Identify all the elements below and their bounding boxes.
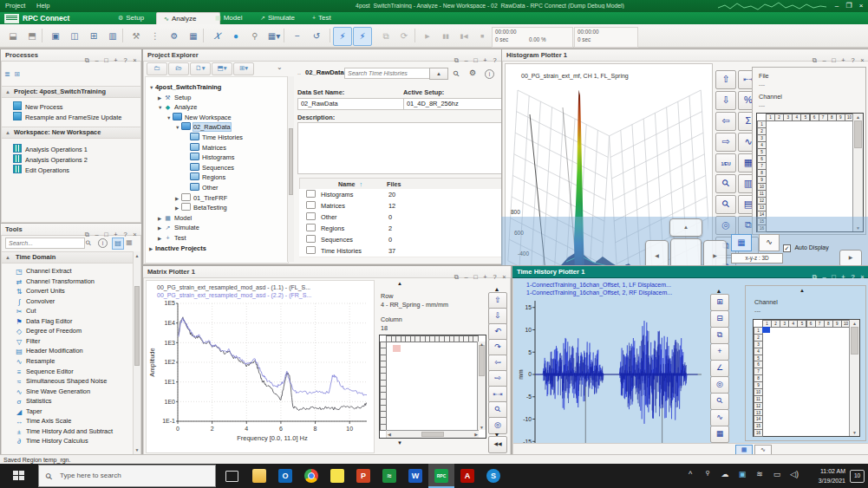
close-icon[interactable]: × [130,55,140,65]
layout-menu-icon[interactable]: ▦▾ [264,27,284,46]
remove-icon[interactable]: − [288,27,307,46]
tree-item-other[interactable]: Other [184,183,218,192]
scroll-right-icon[interactable]: ▶ [839,250,862,267]
package-dropdown-icon[interactable]: ⬒▾ [212,62,232,75]
start-button[interactable] [0,464,38,488]
expander-icon[interactable]: ▶ [149,244,155,254]
tree-item-matrices[interactable]: Matrices [184,143,226,153]
pan-right-icon[interactable]: ⇨ [715,133,736,152]
tool-item[interactable]: σStatistics [15,397,52,407]
float-icon[interactable]: ⧉ [810,55,819,65]
expander-icon[interactable]: ▶ [175,194,181,204]
nav-up-icon[interactable]: ▲ [669,218,702,237]
taskbar-clock[interactable]: 11:02 AM 3/19/2021 [795,466,845,485]
tool-item[interactable]: ∿Sine Wave Generation [15,387,90,397]
tab-test[interactable]: +Test [305,12,354,24]
taskbar-app-file-explorer[interactable] [246,464,272,488]
connect-input-icon[interactable]: ⚡ [333,27,352,46]
scroll-down-icon[interactable]: ▼ [134,447,140,452]
channel-grid[interactable]: 1234567891012345678910111213141516▲▼ [753,319,860,437]
microphone-icon[interactable]: ⚲ [701,470,715,477]
scroll-up-icon[interactable]: ▲ [853,114,863,120]
pan-right-icon[interactable]: ⇨ [488,370,507,387]
menu-project[interactable]: Project [5,2,25,10]
float-icon[interactable]: ⧉ [82,55,92,65]
open-icon[interactable]: ⬒ [23,27,42,46]
info-icon[interactable]: i [485,69,494,79]
pan-down-icon[interactable]: ⇩ [715,91,736,110]
scroll-right-icon[interactable]: ▶ [474,432,478,437]
tree-item-regions[interactable]: Regions [184,172,225,182]
taskbar-app-powerpoint[interactable]: P [350,464,376,488]
table-row[interactable]: Histograms20 [299,189,502,201]
help-icon[interactable]: ? [490,55,499,65]
tool-item[interactable]: ▤Header Modification [15,347,83,356]
tree-item-test[interactable]: ▶+Test [158,233,186,244]
time-history-chart[interactable]: 151050-5-10-15mm [518,296,703,457]
window-wide-icon[interactable]: ▥ [103,27,122,46]
process-item[interactable]: Resample and FrameSize Update [13,112,121,122]
record-dot-icon[interactable]: ● [226,27,245,46]
pan-left-icon[interactable]: ⇦ [715,112,736,131]
maximize-icon[interactable]: □ [829,55,839,65]
save-icon[interactable]: ⬓ [3,27,23,46]
minimize-icon[interactable]: – [461,55,471,65]
tree-item-setup[interactable]: ▶⚒Setup [158,93,191,103]
taskbar-search[interactable]: ⚲ Type here to search [38,465,216,487]
minimize-icon[interactable]: – [92,230,101,239]
tool-item[interactable]: ≈Simultaneous Shaped Noise [15,377,107,387]
tree-item-sequences[interactable]: Sequences [184,163,234,172]
tools-section-time-domain[interactable]: ▲ Time Domain [2,251,140,264]
taskbar-app-outlook[interactable]: O [272,464,298,488]
scroll-up-icon[interactable]: ▲ [134,253,140,258]
process-item[interactable]: Analysis Operations 1 [13,144,88,154]
table-row[interactable]: Time Histories37 [299,245,502,257]
breadcrumb-prefix[interactable]: .. [297,69,301,75]
row-scroll-down-icon[interactable]: ▼ [393,439,407,447]
scroll-left-icon[interactable]: ◀ [388,432,391,437]
pan-up-icon[interactable]: ⇧ [488,292,507,309]
process-list-icon[interactable]: ≣ [4,70,10,78]
maximize-icon[interactable]: □ [471,55,480,65]
play-icon[interactable]: ▶ [418,27,437,46]
expander-icon[interactable]: ▶ [158,214,164,224]
taskbar-app-skype[interactable]: S [480,464,506,488]
minimize-icon[interactable]: – [461,272,471,282]
tool-item[interactable]: ∫Convolver [15,297,55,307]
full-extents-icon[interactable]: ⇤⇥ [488,386,507,403]
tool-item[interactable]: ◇Degree of Freedom [15,327,82,336]
close-icon[interactable]: × [499,272,509,282]
taskbar-app-acrobat[interactable]: A [454,464,480,488]
plot-view-icon[interactable]: ∿ [759,234,780,251]
restore-window-icon[interactable]: ❐ [844,1,854,10]
pan-left-icon[interactable]: ⇦ [488,355,507,372]
channel-grid[interactable]: 1234567891012345678910111213141516▲▼ [756,113,864,232]
open-folder-icon[interactable]: 🗁 [168,62,189,75]
matrix-scrollbar-h[interactable]: ◀▶ [386,430,479,438]
table-row[interactable]: Sequences0 [299,234,502,246]
scroll-up-icon[interactable]: ▲ [850,321,859,326]
process-add-icon[interactable]: ⊞ [14,70,20,78]
process-item[interactable]: New Process [13,101,63,112]
view-tree-icon[interactable]: ▦ [124,237,134,248]
teams-icon[interactable]: ▣ [735,470,749,478]
matrix-asd-chart[interactable]: 1E51E41E31E21E11E01E-10246810Frequency [… [147,298,374,451]
tree-item-time-histories[interactable]: Time Histories [184,133,243,142]
projection-mode-dropdown[interactable]: x-y-z : 3D [731,253,783,264]
wave-icon[interactable]: ∿ [710,409,729,426]
float-icon[interactable]: ⧉ [452,272,461,282]
maximize-icon[interactable]: □ [101,55,111,65]
gear-icon[interactable]: ⚙ [469,68,476,77]
pin-icon[interactable]: + [839,55,848,65]
scroll-down-icon[interactable]: ▼ [478,425,486,430]
tool-item[interactable]: ⇅Convert Units [15,287,65,296]
zoom-in-icon[interactable]: ⚲ [715,195,736,214]
tool-item[interactable]: ≡Sequence Editor [15,368,74,377]
connect-output-icon[interactable]: ⚡ [353,27,372,46]
stop-icon[interactable]: ■ [473,27,492,46]
taskbar-app-rpc-connect[interactable]: RPC [428,464,454,488]
table-icon[interactable]: ▦ [184,27,203,46]
zoom-icon[interactable]: ⚲ [488,401,507,419]
collapse-panel-icon[interactable]: ▲ [429,68,448,80]
display-icon[interactable]: ▭ [770,470,784,478]
